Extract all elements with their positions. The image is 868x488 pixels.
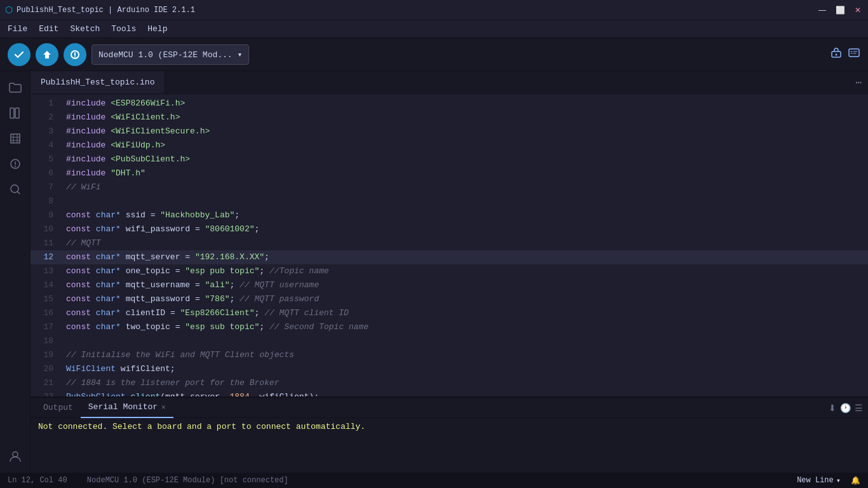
code-line-13: 13 const char* one_topic = "esp pub topi… (31, 264, 868, 278)
code-line-11: 11 // MQTT (31, 236, 868, 250)
code-line-19: 19 // Initialise the WiFi and MQTT Clien… (31, 348, 868, 362)
code-line-6: 6 #include "DHT.h" (31, 166, 868, 180)
code-line-22: 22 PubSubClient client(mqtt_server, 1884… (31, 390, 868, 396)
menu-edit[interactable]: Edit (34, 22, 64, 36)
code-line-12: 12 const char* mqtt_server = "192.168.X.… (31, 250, 868, 264)
code-line-17: 17 const char* two_topic = "esp sub topi… (31, 320, 868, 334)
menu-help[interactable]: Help (142, 22, 172, 36)
menu-file[interactable]: File (3, 22, 32, 36)
editor-container: PublishH_Test_topic.ino ⋯ 1 #include <ES… (31, 71, 868, 473)
bottom-panel-controls: ⬇ 🕐 ☰ (829, 403, 863, 413)
books-icon[interactable] (4, 127, 27, 150)
code-line-5: 5 #include <PubSubClient.h> (31, 152, 868, 166)
svg-point-10 (13, 452, 18, 457)
titlebar-controls[interactable]: — ⬜ ✕ (817, 6, 863, 15)
debug-sidebar-icon[interactable] (4, 152, 27, 175)
menu-sketch[interactable]: Sketch (65, 22, 105, 36)
user-icon[interactable] (4, 445, 27, 468)
debug-button[interactable] (64, 43, 86, 66)
titlebar-title: PublishH_Test_topic | Arduino IDE 2.1.1 (17, 6, 195, 15)
new-line-arrow-icon: ▾ (836, 476, 841, 485)
code-line-20: 20 WiFiClient wifiClient; (31, 362, 868, 376)
maximize-button[interactable]: ⬜ (835, 6, 845, 15)
code-line-16: 16 const char* clientID = "Esp8266Client… (31, 306, 868, 320)
library-icon[interactable] (4, 102, 27, 125)
timestamp-button[interactable]: 🕐 (840, 403, 851, 413)
titlebar: ⬡ PublishH_Test_topic | Arduino IDE 2.1.… (0, 0, 868, 20)
titlebar-left: ⬡ PublishH_Test_topic | Arduino IDE 2.1.… (5, 4, 195, 15)
board-name: NodeMCU 1.0 (ESP-12E Mod... ▾ (98, 50, 242, 60)
board-selector[interactable]: NodeMCU 1.0 (ESP-12E Mod... ▾ (92, 44, 249, 65)
tab-more-button[interactable]: ⋯ (849, 71, 868, 93)
svg-rect-6 (15, 108, 19, 118)
main: PublishH_Test_topic.ino ⋯ 1 #include <ES… (0, 71, 868, 473)
svg-rect-5 (10, 108, 14, 118)
serial-monitor-tab-label: Serial Monitor (88, 402, 158, 412)
bottom-panel: Output Serial Monitor ✕ ⬇ 🕐 ☰ Not connec… (31, 396, 868, 473)
tab-bar: PublishH_Test_topic.ino ⋯ (31, 71, 868, 94)
serial-monitor-button[interactable] (848, 46, 860, 62)
output-tab[interactable]: Output (36, 398, 81, 418)
svg-point-3 (836, 54, 837, 56)
code-line-1: 1 #include <ESP8266WiFi.h> (31, 97, 868, 111)
code-editor[interactable]: 1 #include <ESP8266WiFi.h> 2 #include <W… (31, 94, 868, 396)
serial-monitor-tab-close[interactable]: ✕ (161, 403, 166, 411)
tab-more-icon: ⋯ (855, 76, 862, 89)
svg-rect-4 (849, 49, 859, 57)
new-line-label: New Line (797, 476, 834, 485)
status-left: Ln 12, Col 40 NodeMCU 1.0 (ESP-12E Modul… (8, 476, 787, 485)
statusbar: Ln 12, Col 40 NodeMCU 1.0 (ESP-12E Modul… (0, 473, 868, 488)
code-line-4: 4 #include <WiFiUdp.h> (31, 139, 868, 152)
close-button[interactable]: ✕ (853, 6, 863, 15)
code-line-3: 3 #include <WiFiClientSecure.h> (31, 125, 868, 139)
menu-tools[interactable]: Tools (106, 22, 141, 36)
new-line-selector[interactable]: New Line ▾ (797, 476, 841, 485)
output-tab-label: Output (43, 403, 73, 412)
debugger-button[interactable] (830, 46, 843, 62)
menubar: File Edit Sketch Tools Help (0, 20, 868, 38)
code-line-18: 18 (31, 334, 868, 348)
editor-tab[interactable]: PublishH_Test_topic.ino (31, 71, 165, 93)
svg-point-1 (74, 56, 76, 57)
toolbar: NodeMCU 1.0 (ESP-12E Mod... ▾ (0, 38, 868, 71)
bell-icon[interactable]: 🔔 (851, 476, 860, 485)
app-icon: ⬡ (5, 4, 13, 15)
verify-button[interactable] (8, 43, 31, 66)
upload-button[interactable] (36, 43, 58, 66)
code-line-7: 7 // WiFi (31, 180, 868, 194)
sidebar (0, 71, 31, 473)
folder-icon[interactable] (4, 76, 27, 99)
search-icon[interactable] (4, 178, 27, 201)
code-line-15: 15 const char* mqtt_password = "786"; //… (31, 292, 868, 306)
tab-filename: PublishH_Test_topic.ino (41, 78, 154, 87)
code-line-8: 8 (31, 194, 868, 208)
code-line-21: 21 // 1884 is the listener port for the … (31, 376, 868, 390)
serial-monitor-tab[interactable]: Serial Monitor ✕ (81, 398, 173, 418)
svg-point-9 (11, 185, 18, 193)
board-status: NodeMCU 1.0 (ESP-12E Module) [not connec… (87, 476, 288, 485)
code-line-10: 10 const char* wifi_password = "80601002… (31, 222, 868, 236)
svg-point-8 (15, 166, 16, 167)
scroll-down-button[interactable]: ⬇ (829, 403, 836, 413)
code-line-14: 14 const char* mqtt_username = "ali"; //… (31, 278, 868, 292)
bottom-content: Not connected. Select a board and a port… (31, 418, 868, 473)
toolbar-right (830, 46, 860, 62)
minimize-button[interactable]: — (817, 6, 827, 15)
code-line-9: 9 const char* ssid = "Hackhobby_Lab"; (31, 208, 868, 222)
status-right: New Line ▾ 🔔 (797, 476, 860, 485)
code-line-2: 2 #include <WiFiClient.h> (31, 111, 868, 125)
serial-status-message: Not connected. Select a board and a port… (38, 422, 365, 431)
cursor-position: Ln 12, Col 40 (8, 476, 67, 485)
bottom-tabs: Output Serial Monitor ✕ ⬇ 🕐 ☰ (31, 398, 868, 418)
panel-menu-button[interactable]: ☰ (855, 403, 863, 413)
